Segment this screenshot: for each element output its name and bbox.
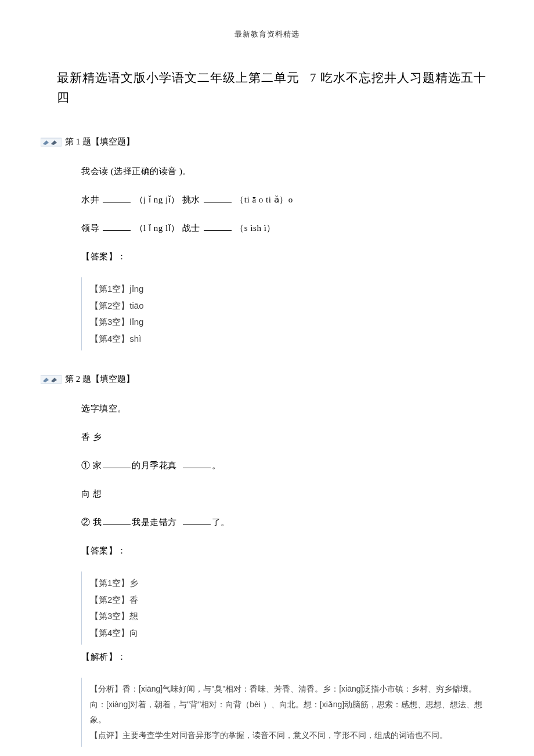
blank — [103, 222, 131, 231]
q1-l2-c: （s ìsh ì） — [235, 223, 276, 233]
q1-ans-4: 【第4空】shì — [90, 331, 488, 348]
q1-ans-1: 【第1空】jǐng — [90, 281, 488, 298]
svg-rect-0 — [41, 138, 62, 146]
blank — [103, 516, 131, 525]
q2-l1-a: ① 家 — [81, 461, 102, 470]
q1-l1-c: （ti ā o ti ǎ）o — [235, 195, 293, 204]
q2-ans-2: 【第2空】香 — [90, 592, 488, 609]
page-container: 最新教育资料精选 最新精选语文版小学语文二年级上第二单元7 吃水不忘挖井人习题精… — [0, 0, 534, 756]
question-2-header: 第 2 题【填空题】 — [41, 374, 493, 385]
document-title: 最新精选语文版小学语文二年级上第二单元7 吃水不忘挖井人习题精选五十四 — [57, 68, 493, 107]
pencil-icon — [41, 374, 62, 385]
blank — [183, 516, 211, 525]
q2-line-2: ② 我我是走错方了。 — [81, 515, 493, 530]
q2-line-1: ① 家的月季花真。 — [81, 458, 493, 473]
q2-l2-b: 我是走错方 — [132, 518, 177, 527]
q2-l1-b: 的月季花真 — [132, 461, 177, 470]
q2-answer-box: 【第1空】乡 【第2空】香 【第3空】想 【第4空】向 — [81, 571, 493, 645]
q1-l1-b: （j ǐ ng jǐ） 挑水 — [135, 195, 200, 204]
q1-prompt: 我会读 (选择正确的读音 )。 — [81, 164, 493, 179]
question-2: 第 2 题【填空题】 选字填空。 香 乡 ① 家的月季花真。 向 想 ② 我我是… — [41, 374, 493, 746]
blank — [183, 460, 211, 468]
q1-answer-label: 【答案】： — [81, 249, 493, 265]
q2-l1-c: 。 — [212, 461, 221, 470]
page-header: 最新教育资料精选 — [41, 29, 493, 39]
q2-ans-1: 【第1空】乡 — [90, 575, 488, 592]
q2-l2-a: ② 我 — [81, 518, 102, 527]
question-1-head-text: 第 1 题【填空题】 — [65, 136, 135, 147]
q1-line-1: 水井 （j ǐ ng jǐ） 挑水 （ti ā o ti ǎ）o — [81, 192, 493, 208]
q1-l1-a: 水井 — [81, 195, 99, 204]
q2-pair-1: 香 乡 — [81, 429, 493, 445]
q1-l2-a: 领导 — [81, 223, 99, 233]
q2-ans-4: 【第4空】向 — [90, 625, 488, 642]
q2-analysis-1: 【分析】香：[xiāng]气味好闻，与"臭"相对：香味、芳香、清香。乡：[xiā… — [90, 681, 488, 728]
q1-l2-b: （l ǐ ng lǐ） 战士 — [135, 223, 200, 233]
q2-prompt: 选字填空。 — [81, 401, 493, 417]
q1-line-2: 领导 （l ǐ ng lǐ） 战士 （s ìsh ì） — [81, 220, 493, 236]
question-1-body: 我会读 (选择正确的读音 )。 水井 （j ǐ ng jǐ） 挑水 （ti ā … — [41, 164, 493, 350]
question-1-header: 第 1 题【填空题】 — [41, 136, 493, 147]
q2-analysis-2: 【点评】主要考查学生对同音异形字的掌握，读音不同，意义不同，字形不同，组成的词语… — [90, 728, 488, 743]
svg-rect-1 — [41, 375, 62, 384]
q2-answer-label: 【答案】： — [81, 543, 493, 559]
question-1: 第 1 题【填空题】 我会读 (选择正确的读音 )。 水井 （j ǐ ng jǐ… — [41, 136, 493, 350]
q2-analysis-box: 【分析】香：[xiāng]气味好闻，与"臭"相对：香味、芳香、清香。乡：[xiā… — [81, 678, 493, 746]
q1-ans-3: 【第3空】lǐng — [90, 314, 488, 331]
blank — [103, 194, 131, 202]
q1-answer-box: 【第1空】jǐng 【第2空】tiāo 【第3空】lǐng 【第4空】shì — [81, 277, 493, 350]
blank — [204, 222, 232, 231]
blank — [204, 194, 232, 202]
q2-ans-3: 【第3空】想 — [90, 608, 488, 625]
question-2-head-text: 第 2 题【填空题】 — [65, 374, 135, 385]
blank — [103, 460, 131, 468]
q2-analysis-label: 【解析】： — [81, 649, 493, 665]
pencil-icon — [41, 137, 62, 147]
title-part-1: 最新精选语文版小学语文二年级上第二单元 — [57, 71, 300, 85]
question-2-body: 选字填空。 香 乡 ① 家的月季花真。 向 想 ② 我我是走错方了。 【答案】：… — [41, 401, 493, 746]
q2-l2-c: 了。 — [212, 518, 230, 527]
q1-ans-2: 【第2空】tiāo — [90, 298, 488, 314]
q2-pair-2: 向 想 — [81, 486, 493, 502]
